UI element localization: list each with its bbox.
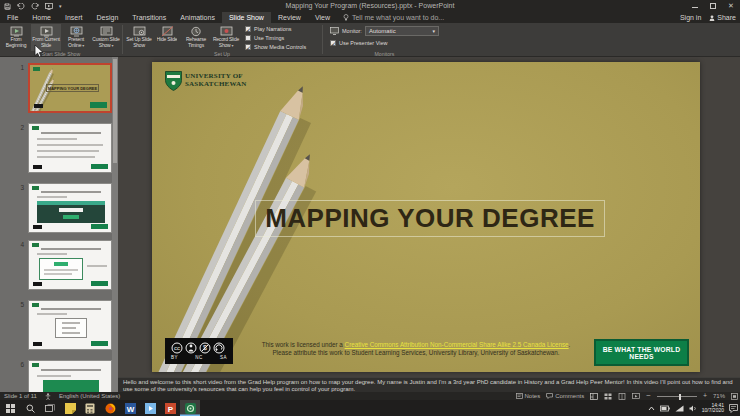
action-center-icon[interactable] (729, 404, 738, 413)
tell-me-box[interactable]: Tell me what you want to do... (337, 12, 450, 23)
close-button[interactable]: ✕ (722, 0, 740, 12)
tagline-text: BE WHAT THE WORLD NEEDS (596, 346, 687, 360)
comments-toggle[interactable]: Comments (546, 393, 584, 399)
checkbox-checked-icon (245, 44, 251, 50)
powerpoint-icon[interactable]: P (160, 400, 180, 416)
language-indicator[interactable]: English (United States) (59, 393, 120, 399)
license-text: This work is licensed under a Creative C… (240, 341, 592, 358)
rehearse-timings-button[interactable]: Rehearse Timings (181, 24, 211, 51)
slide-thumbnail-1[interactable]: MAPPING YOUR DEGREE (28, 63, 112, 113)
tab-review[interactable]: Review (271, 12, 308, 23)
from-beginning-button[interactable]: From Beginning (1, 24, 31, 51)
show-media-controls-checkbox[interactable]: Show Media Controls (245, 44, 306, 50)
use-timings-checkbox[interactable]: Use Timings (245, 35, 284, 41)
license-attribution: Please attribute this work to Student Le… (240, 349, 592, 357)
word-icon[interactable]: W (120, 400, 140, 416)
title-textbox[interactable]: MAPPING YOUR DEGREE (255, 200, 605, 237)
tab-transitions[interactable]: Transitions (125, 12, 173, 23)
title-bar: ▾ Mapping Your Program (Resources).pptx … (0, 0, 740, 12)
custom-slide-show-button[interactable]: Custom Slide Show (91, 24, 121, 51)
zoom-in-button[interactable]: + (703, 393, 707, 399)
tab-slide-show[interactable]: Slide Show (222, 12, 271, 23)
university-logo: UNIVERSITY OF SASKATCHEWAN (165, 71, 246, 91)
tagline-box: BE WHAT THE WORLD NEEDS (594, 339, 689, 366)
search-icon[interactable] (20, 400, 40, 416)
notes-toggle[interactable]: Notes (516, 393, 541, 399)
task-view-icon[interactable] (40, 400, 60, 416)
scrollbar-thumb[interactable] (113, 59, 117, 163)
monitor-dropdown[interactable]: Automatic ▾ (365, 26, 439, 36)
zoom-slider-handle[interactable] (679, 394, 681, 400)
green-app-icon[interactable] (180, 400, 200, 416)
thumbnail-scrollbar[interactable] (112, 57, 118, 392)
group-divider (122, 25, 123, 54)
slide-canvas[interactable]: UNIVERSITY OF SASKATCHEWAN MAPPING YOUR … (152, 62, 700, 372)
checkbox-checked-icon (330, 40, 336, 46)
tray-expand-icon[interactable] (648, 406, 655, 411)
minimize-button[interactable] (686, 0, 704, 12)
quick-access-toolbar: ▾ (4, 1, 62, 11)
movies-app-icon[interactable] (140, 400, 160, 416)
redo-icon[interactable] (31, 3, 39, 10)
license-link[interactable]: Creative Commons Attribution Non-Commerc… (345, 341, 569, 348)
svg-text:cc: cc (174, 345, 180, 351)
maximize-button[interactable] (704, 0, 722, 12)
fit-to-window-icon[interactable] (731, 393, 738, 400)
tagline-mini (90, 102, 107, 108)
record-slide-show-button[interactable]: Record Slide Show (211, 24, 241, 51)
hide-slide-button[interactable]: Hide Slide (154, 24, 180, 51)
play-narrations-checkbox[interactable]: Play Narrations (245, 26, 292, 32)
slide-sorter-view-icon[interactable] (604, 393, 612, 400)
play-from-current-icon (40, 24, 53, 37)
use-presenter-view-checkbox[interactable]: Use Presenter View (330, 40, 388, 46)
zoom-out-button[interactable]: − (646, 393, 651, 399)
slide-thumbnail-6[interactable] (28, 360, 112, 392)
sticky-notes-icon[interactable] (60, 400, 80, 416)
slideshow-view-icon[interactable] (632, 393, 640, 400)
tab-animations[interactable]: Animations (173, 12, 222, 23)
reading-view-icon[interactable] (618, 393, 626, 400)
record-icon (220, 24, 233, 37)
present-online-button[interactable]: Present Online (61, 24, 91, 51)
present-online-icon (70, 24, 83, 37)
speaker-icon[interactable] (689, 405, 697, 412)
share-button[interactable]: Share (709, 14, 736, 21)
system-tray: 14:41 10/7/2020 (648, 400, 738, 416)
slide-thumbnail-2[interactable] (28, 123, 112, 173)
accessibility-icon[interactable] (45, 393, 51, 400)
battery-icon[interactable] (660, 405, 670, 412)
slide-thumbnail-3[interactable] (28, 183, 112, 233)
tab-view[interactable]: View (308, 12, 337, 23)
taskbar-clock[interactable]: 14:41 10/7/2020 (702, 403, 724, 414)
from-current-slide-button[interactable]: From Current Slide (31, 24, 61, 51)
tab-design[interactable]: Design (89, 12, 125, 23)
thumbnail-number: 4 (12, 241, 24, 248)
zoom-percent[interactable]: 71% (713, 393, 725, 399)
firefox-icon[interactable] (100, 400, 120, 416)
normal-view-icon[interactable] (590, 393, 598, 400)
notes-pane[interactable]: Hello and welcome to this short video fr… (118, 377, 740, 392)
tab-insert[interactable]: Insert (58, 12, 90, 23)
customize-qat-icon[interactable]: ▾ (59, 3, 62, 9)
zoom-slider[interactable] (657, 393, 697, 399)
tab-home[interactable]: Home (25, 12, 58, 23)
sign-in-link[interactable]: Sign in (680, 14, 701, 21)
tab-file[interactable]: File (0, 12, 25, 23)
undo-icon[interactable] (17, 3, 25, 10)
status-bar: Slide 1 of 11 English (United States) No… (0, 392, 740, 400)
svg-text:W: W (126, 404, 134, 413)
workspace: 1 MAPPING YOUR DEGREE 2 (0, 57, 740, 377)
cc-by-nc-sa-icons: cc $ (171, 342, 227, 354)
slide-thumbnail-4[interactable] (28, 240, 112, 290)
slide-thumbnail-5[interactable] (28, 300, 112, 350)
powerpoint-window: ▾ Mapping Your Program (Resources).pptx … (0, 0, 740, 416)
save-icon[interactable] (4, 3, 11, 10)
set-up-slide-show-button[interactable]: Set Up Slide Show (124, 24, 154, 51)
start-button[interactable] (0, 400, 20, 416)
network-icon[interactable] (675, 405, 684, 412)
thumbnail-number: 6 (12, 361, 24, 368)
calculator-icon[interactable] (80, 400, 100, 416)
slide-indicator: Slide 1 of 11 (4, 393, 37, 399)
start-slideshow-icon[interactable] (45, 3, 53, 10)
checkbox-checked-icon (245, 26, 251, 32)
